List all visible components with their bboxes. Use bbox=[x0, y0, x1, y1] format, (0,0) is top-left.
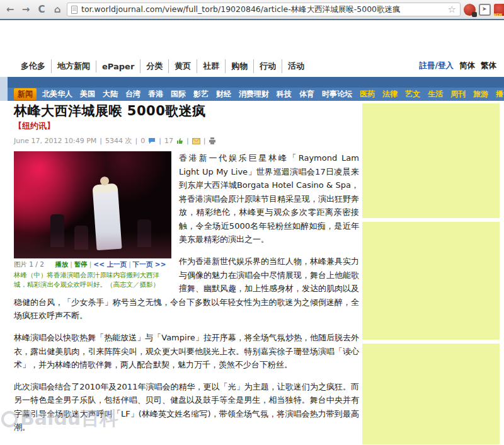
article-paragraph: 林峰演唱会以快歌热舞「热能放送」与「Vampire」拉开序幕，将全场气氛炒热，他… bbox=[14, 331, 359, 372]
top-tab[interactable]: 活动 bbox=[282, 59, 310, 73]
nav-item[interactable]: 法律 bbox=[379, 88, 401, 100]
cast-extension-icon[interactable] bbox=[479, 4, 491, 16]
article: 林峰大西洋城展喉 5000歌迷疯 【纽约讯】 June 17, 2012 10:… bbox=[14, 102, 359, 445]
photo-controls: 图片 1 / 2 播放|暂停|<< 上一页|下一页 >> bbox=[14, 260, 171, 269]
page-icon bbox=[71, 6, 77, 14]
top-tab[interactable]: 社群 bbox=[197, 59, 225, 73]
url-text[interactable]: tor.worldjournal.com/view/full_torb/1902… bbox=[81, 4, 444, 15]
photo-next-link[interactable]: 下一页 >> bbox=[133, 260, 166, 268]
article-title: 林峰大西洋城展喉 5000歌迷疯 bbox=[14, 102, 359, 120]
article-date: June 17, 2012 10:49 PM bbox=[14, 137, 96, 145]
nav-item[interactable]: 大陆 bbox=[99, 88, 122, 100]
register-login-link[interactable]: 註冊/登入 bbox=[419, 61, 454, 71]
nav-item[interactable]: 旅游 bbox=[469, 88, 492, 100]
traditional-link[interactable]: 繁体 bbox=[481, 61, 496, 71]
site-top-tabs: 多伦多地方新闻ePaper分类黄页社群购物行动活动 bbox=[15, 59, 310, 73]
refresh-button[interactable]: C bbox=[35, 4, 48, 15]
main-nav-bar: 新闻北美华人美国大陆台湾香港国际影艺财经消费理财科技体育时事论坛医药法律艺文生活… bbox=[8, 88, 504, 101]
top-tab[interactable]: 黄页 bbox=[168, 59, 197, 73]
nav-item[interactable]: 北美华人 bbox=[38, 88, 76, 100]
nav-item[interactable]: 科技 bbox=[273, 88, 295, 100]
nav-item[interactable]: 生活 bbox=[424, 88, 447, 100]
nav-item[interactable]: 影艺 bbox=[190, 88, 212, 100]
simplified-link[interactable]: 简体 bbox=[459, 61, 475, 71]
article-paragraph: 此次演唱会结合了2010年及2011年演唱会的精华，更以「光」为主题，让歌迷们为… bbox=[14, 380, 359, 434]
nav-item[interactable]: 播fun宝 bbox=[492, 88, 504, 100]
article-dateline: 【纽约讯】 bbox=[14, 120, 359, 132]
nav-item[interactable]: 周刊 bbox=[447, 88, 469, 100]
article-meta: June 17, 2012 10:49 PM | 5344 次 | 0 | 17… bbox=[14, 136, 359, 146]
top-tab[interactable]: ePaper bbox=[96, 61, 140, 72]
article-photo-block: 图片 1 / 2 播放|暂停|<< 上一页|下一页 >> 林峰（中）将香港演唱会… bbox=[14, 151, 171, 289]
comment-count: 0 bbox=[140, 137, 145, 145]
singer-figure bbox=[92, 183, 122, 251]
webpage: 多伦多地方新闻ePaper分类黄页社群购物行动活动 註冊/登入 简体 繁体 新闻… bbox=[0, 20, 504, 444]
email-share-icon[interactable] bbox=[192, 138, 200, 144]
comment-bubble-icon[interactable] bbox=[148, 137, 156, 144]
back-button[interactable]: ← bbox=[4, 4, 16, 15]
nav-item[interactable]: 香港 bbox=[144, 88, 167, 100]
print-icon[interactable] bbox=[209, 137, 216, 144]
sidebar-ad-slot[interactable] bbox=[362, 344, 500, 444]
nav-item[interactable]: 美国 bbox=[76, 88, 99, 100]
top-tab[interactable]: 地方新闻 bbox=[51, 59, 96, 73]
nav-item[interactable]: 体育 bbox=[295, 88, 318, 100]
thumbs-up-icon[interactable] bbox=[176, 137, 183, 144]
nav-item[interactable]: 时事论坛 bbox=[318, 88, 356, 100]
like-count: 17 bbox=[164, 137, 173, 145]
sidebar-ad-slot[interactable] bbox=[362, 103, 500, 218]
nav-item[interactable]: 财经 bbox=[212, 88, 235, 100]
top-tab[interactable]: 购物 bbox=[225, 59, 253, 73]
dancer-silhouette bbox=[74, 226, 88, 250]
bookmark-star-icon[interactable]: ☆ bbox=[448, 4, 456, 15]
sidebar-ad-slot[interactable] bbox=[362, 222, 500, 340]
nav-item[interactable]: 消费理财 bbox=[235, 88, 273, 100]
dancer-silhouette bbox=[50, 214, 64, 247]
nav-item[interactable]: 台湾 bbox=[122, 88, 144, 100]
browser-toolbar: ← → C ⌂ tor.worldjournal.com/view/full_t… bbox=[0, 0, 504, 20]
header-dark-bar bbox=[8, 77, 504, 88]
forward-button[interactable]: → bbox=[20, 4, 32, 15]
home-button[interactable]: ⌂ bbox=[51, 4, 64, 15]
top-tab[interactable]: 行动 bbox=[253, 59, 282, 73]
article-paragraph: 对于见惯了港台资深红星演唱会的东岸歌迷，这是近年少有的香港新一代歌影视三栖红星大… bbox=[14, 442, 359, 445]
extension-icon[interactable] bbox=[464, 4, 476, 16]
photo-play-link[interactable]: 播放 bbox=[55, 260, 68, 268]
nav-item[interactable]: 国际 bbox=[167, 88, 190, 100]
photo-index: 图片 1 / 2 bbox=[14, 260, 44, 268]
new-extension-icon[interactable] bbox=[494, 4, 504, 16]
left-edge-strip bbox=[0, 77, 8, 101]
view-count: 5344 次 bbox=[105, 136, 132, 146]
address-bar[interactable]: tor.worldjournal.com/view/full_torb/1902… bbox=[67, 3, 461, 16]
nav-item[interactable]: 医药 bbox=[356, 88, 379, 100]
nav-item[interactable]: 艺文 bbox=[401, 88, 424, 100]
nav-item[interactable]: 新闻 bbox=[14, 88, 37, 100]
top-tab[interactable]: 多伦多 bbox=[15, 59, 51, 73]
photo-prev-link[interactable]: << 上一页 bbox=[93, 260, 127, 268]
concert-photo[interactable] bbox=[14, 151, 171, 258]
photo-pause-link[interactable]: 暂停 bbox=[74, 260, 88, 268]
top-tab[interactable]: 分类 bbox=[140, 59, 168, 73]
photo-caption: 林峰（中）将香港演唱会原汁原味内容搬到大西洋城，精彩演出令观众欢呼叫好。（高志文… bbox=[14, 270, 171, 289]
account-lang-links: 註冊/登入 简体 繁体 bbox=[419, 61, 496, 71]
dancer-silhouette bbox=[137, 219, 151, 247]
